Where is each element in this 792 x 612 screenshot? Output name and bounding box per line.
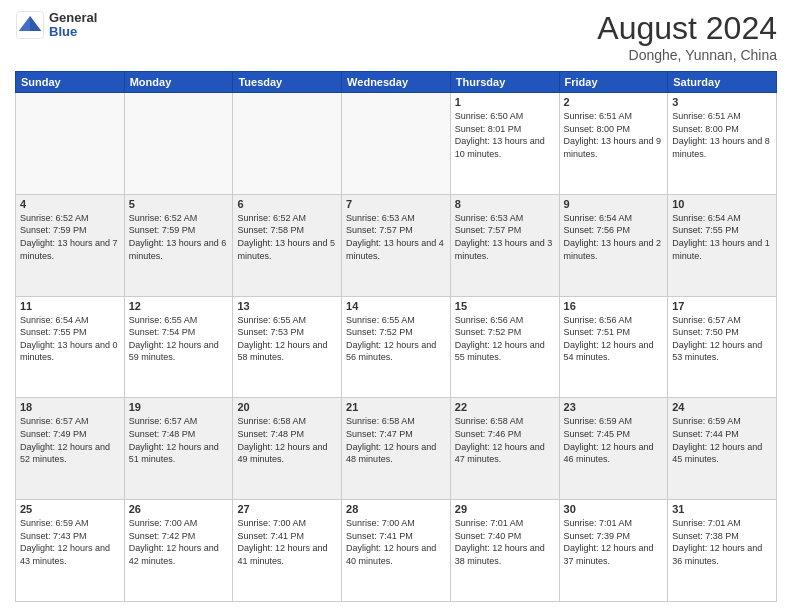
cell-info: Sunrise: 6:59 AMSunset: 7:44 PMDaylight:… — [672, 415, 772, 465]
weekday-header: Wednesday — [342, 72, 451, 93]
calendar-cell: 16Sunrise: 6:56 AMSunset: 7:51 PMDayligh… — [559, 296, 668, 398]
cell-day-number: 17 — [672, 300, 772, 312]
cell-info: Sunrise: 6:58 AMSunset: 7:46 PMDaylight:… — [455, 415, 555, 465]
cell-info: Sunrise: 6:52 AMSunset: 7:58 PMDaylight:… — [237, 212, 337, 262]
cell-info: Sunrise: 6:54 AMSunset: 7:56 PMDaylight:… — [564, 212, 664, 262]
cell-day-number: 11 — [20, 300, 120, 312]
cell-day-number: 3 — [672, 96, 772, 108]
cell-info: Sunrise: 7:01 AMSunset: 7:40 PMDaylight:… — [455, 517, 555, 567]
cell-info: Sunrise: 6:53 AMSunset: 7:57 PMDaylight:… — [455, 212, 555, 262]
calendar-cell: 28Sunrise: 7:00 AMSunset: 7:41 PMDayligh… — [342, 500, 451, 602]
cell-day-number: 27 — [237, 503, 337, 515]
calendar-cell: 25Sunrise: 6:59 AMSunset: 7:43 PMDayligh… — [16, 500, 125, 602]
cell-info: Sunrise: 7:00 AMSunset: 7:41 PMDaylight:… — [237, 517, 337, 567]
cell-day-number: 4 — [20, 198, 120, 210]
calendar-cell: 13Sunrise: 6:55 AMSunset: 7:53 PMDayligh… — [233, 296, 342, 398]
calendar-cell: 8Sunrise: 6:53 AMSunset: 7:57 PMDaylight… — [450, 194, 559, 296]
cell-day-number: 13 — [237, 300, 337, 312]
cell-day-number: 31 — [672, 503, 772, 515]
weekday-header: Sunday — [16, 72, 125, 93]
cell-info: Sunrise: 7:01 AMSunset: 7:39 PMDaylight:… — [564, 517, 664, 567]
cell-day-number: 14 — [346, 300, 446, 312]
cell-info: Sunrise: 7:01 AMSunset: 7:38 PMDaylight:… — [672, 517, 772, 567]
calendar-cell: 31Sunrise: 7:01 AMSunset: 7:38 PMDayligh… — [668, 500, 777, 602]
cell-info: Sunrise: 6:56 AMSunset: 7:52 PMDaylight:… — [455, 314, 555, 364]
calendar-header-row: SundayMondayTuesdayWednesdayThursdayFrid… — [16, 72, 777, 93]
cell-day-number: 20 — [237, 401, 337, 413]
cell-day-number: 16 — [564, 300, 664, 312]
month-year: August 2024 — [597, 10, 777, 47]
calendar-cell: 10Sunrise: 6:54 AMSunset: 7:55 PMDayligh… — [668, 194, 777, 296]
weekday-header: Friday — [559, 72, 668, 93]
title-block: August 2024 Donghe, Yunnan, China — [597, 10, 777, 63]
cell-day-number: 18 — [20, 401, 120, 413]
cell-info: Sunrise: 6:52 AMSunset: 7:59 PMDaylight:… — [129, 212, 229, 262]
cell-info: Sunrise: 6:54 AMSunset: 7:55 PMDaylight:… — [672, 212, 772, 262]
calendar-cell: 17Sunrise: 6:57 AMSunset: 7:50 PMDayligh… — [668, 296, 777, 398]
cell-day-number: 9 — [564, 198, 664, 210]
cell-day-number: 19 — [129, 401, 229, 413]
calendar-week-row: 25Sunrise: 6:59 AMSunset: 7:43 PMDayligh… — [16, 500, 777, 602]
cell-info: Sunrise: 6:55 AMSunset: 7:54 PMDaylight:… — [129, 314, 229, 364]
cell-day-number: 29 — [455, 503, 555, 515]
calendar-cell: 20Sunrise: 6:58 AMSunset: 7:48 PMDayligh… — [233, 398, 342, 500]
calendar-cell — [233, 93, 342, 195]
calendar-cell: 11Sunrise: 6:54 AMSunset: 7:55 PMDayligh… — [16, 296, 125, 398]
calendar-cell: 27Sunrise: 7:00 AMSunset: 7:41 PMDayligh… — [233, 500, 342, 602]
calendar-table: SundayMondayTuesdayWednesdayThursdayFrid… — [15, 71, 777, 602]
cell-info: Sunrise: 6:55 AMSunset: 7:53 PMDaylight:… — [237, 314, 337, 364]
cell-day-number: 30 — [564, 503, 664, 515]
calendar-cell: 29Sunrise: 7:01 AMSunset: 7:40 PMDayligh… — [450, 500, 559, 602]
header: General Blue August 2024 Donghe, Yunnan,… — [15, 10, 777, 63]
calendar-cell: 5Sunrise: 6:52 AMSunset: 7:59 PMDaylight… — [124, 194, 233, 296]
cell-day-number: 1 — [455, 96, 555, 108]
calendar-cell: 15Sunrise: 6:56 AMSunset: 7:52 PMDayligh… — [450, 296, 559, 398]
cell-info: Sunrise: 6:52 AMSunset: 7:59 PMDaylight:… — [20, 212, 120, 262]
calendar-cell: 18Sunrise: 6:57 AMSunset: 7:49 PMDayligh… — [16, 398, 125, 500]
calendar-cell: 4Sunrise: 6:52 AMSunset: 7:59 PMDaylight… — [16, 194, 125, 296]
calendar-cell: 3Sunrise: 6:51 AMSunset: 8:00 PMDaylight… — [668, 93, 777, 195]
calendar-cell: 7Sunrise: 6:53 AMSunset: 7:57 PMDaylight… — [342, 194, 451, 296]
calendar-cell: 12Sunrise: 6:55 AMSunset: 7:54 PMDayligh… — [124, 296, 233, 398]
calendar-cell: 9Sunrise: 6:54 AMSunset: 7:56 PMDaylight… — [559, 194, 668, 296]
cell-info: Sunrise: 6:51 AMSunset: 8:00 PMDaylight:… — [564, 110, 664, 160]
calendar-cell: 14Sunrise: 6:55 AMSunset: 7:52 PMDayligh… — [342, 296, 451, 398]
calendar-cell: 21Sunrise: 6:58 AMSunset: 7:47 PMDayligh… — [342, 398, 451, 500]
cell-info: Sunrise: 6:59 AMSunset: 7:45 PMDaylight:… — [564, 415, 664, 465]
cell-info: Sunrise: 6:58 AMSunset: 7:47 PMDaylight:… — [346, 415, 446, 465]
calendar-cell: 26Sunrise: 7:00 AMSunset: 7:42 PMDayligh… — [124, 500, 233, 602]
cell-info: Sunrise: 6:50 AMSunset: 8:01 PMDaylight:… — [455, 110, 555, 160]
calendar-week-row: 18Sunrise: 6:57 AMSunset: 7:49 PMDayligh… — [16, 398, 777, 500]
cell-day-number: 28 — [346, 503, 446, 515]
cell-day-number: 8 — [455, 198, 555, 210]
cell-day-number: 21 — [346, 401, 446, 413]
calendar-cell — [124, 93, 233, 195]
cell-info: Sunrise: 6:58 AMSunset: 7:48 PMDaylight:… — [237, 415, 337, 465]
weekday-header: Monday — [124, 72, 233, 93]
calendar-cell: 30Sunrise: 7:01 AMSunset: 7:39 PMDayligh… — [559, 500, 668, 602]
cell-info: Sunrise: 6:57 AMSunset: 7:50 PMDaylight:… — [672, 314, 772, 364]
cell-day-number: 12 — [129, 300, 229, 312]
cell-day-number: 26 — [129, 503, 229, 515]
cell-day-number: 24 — [672, 401, 772, 413]
logo-icon — [15, 10, 45, 40]
calendar-cell: 1Sunrise: 6:50 AMSunset: 8:01 PMDaylight… — [450, 93, 559, 195]
calendar-week-row: 4Sunrise: 6:52 AMSunset: 7:59 PMDaylight… — [16, 194, 777, 296]
logo-text: General Blue — [49, 11, 97, 40]
cell-info: Sunrise: 6:54 AMSunset: 7:55 PMDaylight:… — [20, 314, 120, 364]
calendar-cell: 23Sunrise: 6:59 AMSunset: 7:45 PMDayligh… — [559, 398, 668, 500]
cell-info: Sunrise: 6:57 AMSunset: 7:48 PMDaylight:… — [129, 415, 229, 465]
calendar-cell — [342, 93, 451, 195]
cell-day-number: 10 — [672, 198, 772, 210]
calendar-cell: 22Sunrise: 6:58 AMSunset: 7:46 PMDayligh… — [450, 398, 559, 500]
cell-info: Sunrise: 6:57 AMSunset: 7:49 PMDaylight:… — [20, 415, 120, 465]
cell-day-number: 7 — [346, 198, 446, 210]
cell-day-number: 15 — [455, 300, 555, 312]
cell-info: Sunrise: 6:53 AMSunset: 7:57 PMDaylight:… — [346, 212, 446, 262]
cell-day-number: 25 — [20, 503, 120, 515]
cell-day-number: 23 — [564, 401, 664, 413]
cell-day-number: 22 — [455, 401, 555, 413]
weekday-header: Thursday — [450, 72, 559, 93]
cell-info: Sunrise: 6:56 AMSunset: 7:51 PMDaylight:… — [564, 314, 664, 364]
cell-info: Sunrise: 7:00 AMSunset: 7:41 PMDaylight:… — [346, 517, 446, 567]
